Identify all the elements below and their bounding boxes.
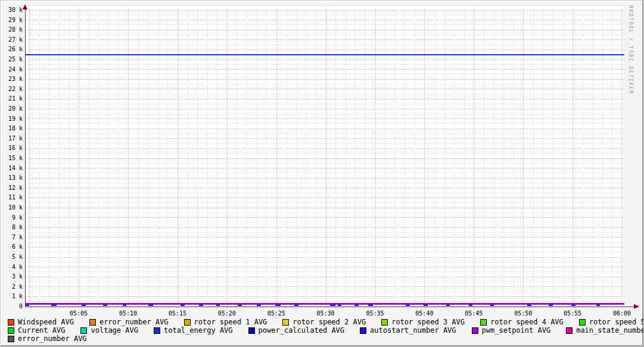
gridline-h-major: [25, 168, 624, 168]
gridline-h-minor: [25, 282, 624, 282]
gridline-h-minor: [25, 15, 624, 15]
legend-swatch-icon: [8, 319, 14, 326]
legend-label: error_number AVG: [99, 318, 169, 326]
y-tick-label: 15 k: [1, 154, 23, 162]
gridline-h-minor: [25, 212, 624, 213]
legend-swatch-icon: [360, 327, 366, 334]
legend-item: error_number AVG: [89, 318, 169, 326]
x-tick-label: 05:40: [411, 310, 437, 317]
gridline-h-major: [25, 148, 624, 149]
legend: Windspeed AVGerror_number AVGrotor speed…: [8, 318, 640, 343]
legend-item: autostart_number AVG: [360, 326, 456, 335]
legend-item: rotor speed 5 AVG: [579, 318, 644, 326]
series-burst-power_calculated-avg: [596, 305, 600, 306]
legend-swatch-icon: [282, 319, 289, 326]
gridline-h-major: [25, 79, 624, 80]
series-burst-power_calculated-avg: [294, 305, 298, 306]
legend-swatch-icon: [154, 327, 160, 334]
gridline-h-major: [25, 208, 624, 208]
legend-item: Current AVG: [8, 326, 65, 335]
y-tick-label: 7 k: [1, 233, 23, 241]
y-tick-label: 2 k: [1, 283, 23, 290]
legend-item: error_number AVG: [8, 335, 87, 343]
x-tick-label: 06:00: [609, 310, 635, 317]
y-tick-label: 8 k: [1, 223, 23, 231]
legend-label: power_calculated AVG: [259, 326, 345, 335]
y-tick-label: 9 k: [1, 214, 23, 221]
gridline-h-minor: [25, 232, 624, 233]
y-tick-label: 22 k: [1, 85, 23, 93]
gridline-h-major: [25, 286, 624, 287]
series-burst-power_calculated-avg: [257, 305, 261, 306]
plot-area: [25, 7, 624, 307]
y-axis-line: [25, 7, 26, 307]
gridline-h-major: [25, 187, 624, 188]
gridline-h-major: [25, 267, 624, 267]
y-tick-label: 6 k: [1, 243, 23, 251]
y-tick-label: 11 k: [1, 193, 23, 201]
x-tick-label: 05:10: [115, 310, 141, 317]
legend-item: pwm_setpoint AVG: [472, 326, 551, 335]
gridline-h-major: [25, 109, 624, 110]
legend-label: total_energy AVG: [164, 326, 233, 335]
y-tick-label: 17 k: [1, 135, 23, 142]
y-tick-label: 28 k: [1, 26, 23, 33]
legend-item: rotor speed 4 AVG: [480, 318, 564, 326]
y-tick-label: 20 k: [1, 105, 23, 112]
y-tick-label: 27 k: [1, 36, 23, 43]
gridline-h-minor: [25, 252, 624, 252]
legend-item: rotor speed 1 AVG: [184, 318, 267, 326]
y-tick-label: 13 k: [1, 174, 23, 182]
gridline-h-major: [25, 129, 624, 129]
gridline-h-major: [25, 138, 624, 139]
gridline-h-minor: [25, 35, 624, 35]
gridline-h-major: [25, 237, 624, 237]
gridline-h-major: [25, 118, 624, 119]
series-line-total_energy-avg: [25, 54, 624, 55]
legend-item: rotor speed 3 AVG: [381, 318, 465, 326]
legend-label: rotor speed 1 AVG: [194, 318, 267, 326]
legend-label: Current AVG: [18, 326, 65, 335]
legend-label: rotor speed 4 AVG: [490, 318, 564, 326]
gridline-h-major: [25, 257, 624, 258]
series-burst-power_calculated-avg: [446, 305, 450, 306]
gridline-h-major: [25, 89, 624, 89]
gridline-h-minor: [25, 74, 624, 74]
legend-row-2: Current AVGvoltage AVGtotal_energy AVGpo…: [8, 326, 640, 335]
series-burst-power_calculated-avg: [216, 305, 220, 306]
gridline-h-minor: [25, 222, 624, 223]
legend-item: Windspeed AVG: [8, 318, 74, 326]
gridline-h-major: [25, 227, 624, 228]
series-burst-power_calculated-avg: [238, 305, 242, 306]
series-burst-power_calculated-avg: [527, 305, 531, 306]
legend-swatch-icon: [472, 327, 478, 334]
legend-swatch-icon: [80, 327, 87, 334]
gridline-h-major: [25, 69, 624, 70]
series-burst-power_calculated-avg: [490, 305, 494, 306]
gridline-h-major: [25, 39, 624, 40]
gridline-h-major: [25, 20, 624, 20]
gridline-h-minor: [25, 193, 624, 193]
series-burst-power_calculated-avg: [148, 305, 153, 306]
legend-label: autostart_number AVG: [370, 326, 456, 335]
gridline-h-major: [25, 296, 624, 297]
gridline-h-minor: [25, 163, 624, 164]
x-tick-label: 05:30: [313, 310, 339, 317]
y-tick-label: 18 k: [1, 124, 23, 132]
y-tick-label: 21 k: [1, 95, 23, 102]
x-tick-label: 05:35: [362, 310, 388, 317]
gridline-h-minor: [25, 24, 624, 25]
y-tick-label: 5 k: [1, 253, 23, 261]
gridline-h-minor: [25, 183, 624, 183]
gridline-h-minor: [25, 114, 624, 114]
series-burst-power_calculated-avg: [123, 305, 126, 306]
series-burst-power_calculated-avg: [338, 305, 341, 306]
x-tick-label: 05:45: [461, 310, 487, 317]
legend-label: rotor speed 2 AVG: [293, 318, 366, 326]
legend-swatch-icon: [248, 327, 255, 334]
x-axis-arrow-icon: [634, 304, 639, 309]
x-tick-label: 05:50: [510, 310, 536, 317]
x-tick-label: 05:25: [263, 310, 290, 317]
gridline-h-major: [25, 30, 624, 30]
x-axis-line: [25, 307, 634, 307]
